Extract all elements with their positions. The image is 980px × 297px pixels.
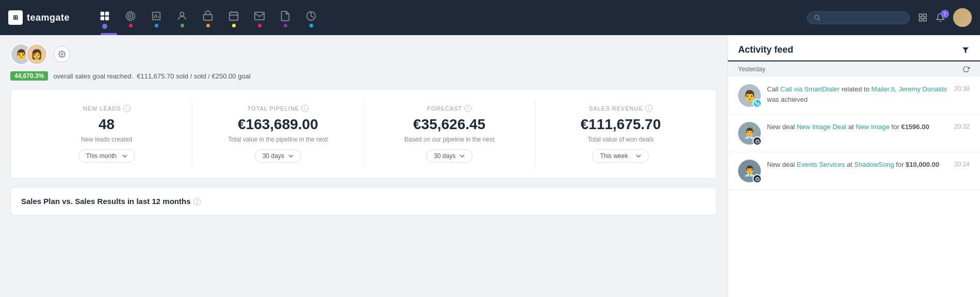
nav-item-files[interactable] [280, 6, 291, 27]
activity-time-3: 20:14 [954, 160, 970, 168]
svg-point-6 [130, 15, 131, 17]
deal-badge [753, 136, 762, 146]
notification-btn[interactable]: 7 [936, 13, 945, 22]
sales-revenue-desc: Total value of won deals [587, 136, 654, 143]
dropdown-chevron [288, 153, 293, 159]
nav-item-contacts[interactable] [176, 6, 188, 27]
total-pipeline-desc: Total value in the pipeline in the next [228, 136, 328, 143]
svg-rect-20 [919, 14, 922, 17]
activity-item: 👨 Call Call via SmartDialer related to M… [728, 77, 980, 115]
activity-link-mailerit[interactable]: Mailer.It [871, 85, 895, 93]
activity-avatar-3: 👨‍💼 [738, 160, 761, 182]
sales-plan-title: Sales Plan vs. Sales Results in last 12 … [21, 197, 706, 206]
forecast-label: FORECAST [427, 105, 462, 112]
total-pipeline-label: TOTAL PIPELINE [248, 105, 300, 112]
user-avatar-2: 👩 [26, 43, 47, 65]
goal-bar: 44,670.3% overall sales goal reached. €1… [10, 71, 717, 81]
notification-badge: 7 [941, 10, 949, 18]
forecast-value: €35,626.45 [413, 116, 485, 133]
search-icon [813, 14, 821, 21]
svg-rect-3 [105, 17, 109, 20]
goal-text: overall sales goal reached. €111,675.70 … [53, 72, 250, 80]
svg-line-19 [819, 19, 820, 21]
activity-feed-title: Activity feed [738, 44, 793, 55]
logo-icon: ⊞ [8, 10, 23, 25]
activity-item: 👨‍💼 New deal New Image Deal at New Image… [728, 115, 980, 152]
sales-plan-info-icon[interactable]: i [193, 198, 201, 205]
nav-active-bar [101, 33, 117, 35]
total-pipeline-info-icon[interactable]: i [301, 105, 308, 112]
sales-revenue-info-icon[interactable]: i [645, 105, 652, 112]
new-leads-dropdown[interactable]: This month [78, 149, 135, 163]
top-navigation: ⊞ teamgate [0, 0, 980, 35]
nav-item-reports[interactable] [151, 6, 162, 27]
total-pipeline-value: €163,689.00 [238, 116, 318, 133]
svg-rect-13 [230, 12, 238, 21]
svg-rect-0 [101, 12, 104, 15]
activity-time-2: 20:32 [954, 122, 970, 130]
svg-rect-27 [755, 178, 759, 180]
activity-feed-panel: Activity feed Yesterday 👨 Call Call via … [727, 35, 980, 297]
logo-text: teamgate [27, 12, 70, 23]
svg-rect-1 [105, 12, 109, 15]
activity-body-3: New deal Events Services at ShadowSong f… [767, 160, 948, 170]
new-leads-value: 48 [99, 116, 115, 133]
refresh-icon[interactable] [962, 66, 970, 73]
activity-avatar-2: 👨‍💼 [738, 122, 761, 145]
deal-badge-2 [753, 174, 762, 183]
svg-rect-2 [101, 17, 104, 20]
stat-forecast: FORECAST i €35,626.45 Based on our pipel… [364, 100, 535, 168]
svg-point-18 [814, 15, 819, 19]
activity-link-smartdialer[interactable]: Call via SmartDialer [780, 85, 840, 93]
svg-rect-12 [204, 14, 213, 20]
new-leads-info-icon[interactable]: i [123, 105, 130, 112]
total-pipeline-dropdown[interactable]: 30 days [255, 149, 301, 163]
dropdown-chevron [122, 153, 127, 159]
logo-area: ⊞ teamgate [8, 10, 91, 25]
goal-percentage: 44,670.3% [10, 71, 48, 81]
sales-revenue-dropdown[interactable]: This week [592, 149, 649, 163]
dropdown-chevron [460, 153, 465, 159]
settings-icon-btn[interactable] [54, 46, 70, 62]
activity-link-newimage-deal[interactable]: New Image Deal [797, 123, 846, 131]
svg-rect-22 [919, 19, 922, 21]
settings-icon [58, 51, 66, 58]
nav-item-companies[interactable] [202, 6, 214, 27]
nav-item-inbox[interactable] [254, 6, 265, 27]
forecast-dropdown[interactable]: 30 days [426, 149, 472, 163]
user-avatar[interactable] [953, 8, 972, 27]
search-input[interactable] [824, 14, 896, 22]
left-panel: 👨 👩 44,670.3% overall sales goal reached… [0, 35, 727, 297]
search-box[interactable] [807, 11, 910, 24]
nav-item-targets[interactable] [125, 6, 136, 27]
svg-point-11 [180, 12, 184, 16]
nav-item-analytics[interactable] [305, 6, 317, 27]
activity-header: Activity feed [728, 35, 980, 61]
activity-link-newimage[interactable]: New Image [856, 123, 890, 131]
nav-item-dashboard[interactable] [99, 6, 110, 29]
svg-rect-21 [924, 14, 926, 17]
activity-item: 👨‍💼 New deal Events Services at ShadowSo… [728, 152, 980, 190]
stat-sales-revenue: SALES REVENUE i €111,675.70 Total value … [535, 100, 706, 168]
activity-link-shadowsong[interactable]: ShadowSong [854, 161, 894, 168]
filter-icon[interactable] [961, 46, 970, 54]
svg-rect-26 [755, 140, 759, 143]
grid-view-btn[interactable] [918, 13, 927, 22]
call-badge [753, 99, 762, 108]
activity-time-1: 20:38 [954, 84, 970, 92]
activity-body-2: New deal New Image Deal at New Image for… [767, 122, 948, 132]
stats-card: NEW LEADS i 48 New leads created This mo… [10, 89, 717, 179]
activity-section-yesterday: Yesterday [728, 61, 980, 77]
svg-rect-23 [924, 19, 926, 21]
svg-marker-25 [962, 47, 969, 53]
nav-item-calendar[interactable] [228, 6, 239, 27]
sales-plan-card: Sales Plan vs. Sales Results in last 12 … [10, 187, 717, 215]
activity-link-events-services[interactable]: Events Services [797, 161, 845, 168]
stat-new-leads: NEW LEADS i 48 New leads created This mo… [21, 100, 192, 168]
nav-right: 7 [807, 8, 972, 27]
activity-body-1: Call Call via SmartDialer related to Mai… [767, 84, 948, 104]
sales-revenue-label: SALES REVENUE [589, 105, 643, 112]
forecast-info-icon[interactable]: i [464, 105, 471, 112]
new-leads-desc: New leads created [81, 136, 132, 143]
activity-link-jeremy[interactable]: Jeremy Donalds [899, 85, 947, 93]
